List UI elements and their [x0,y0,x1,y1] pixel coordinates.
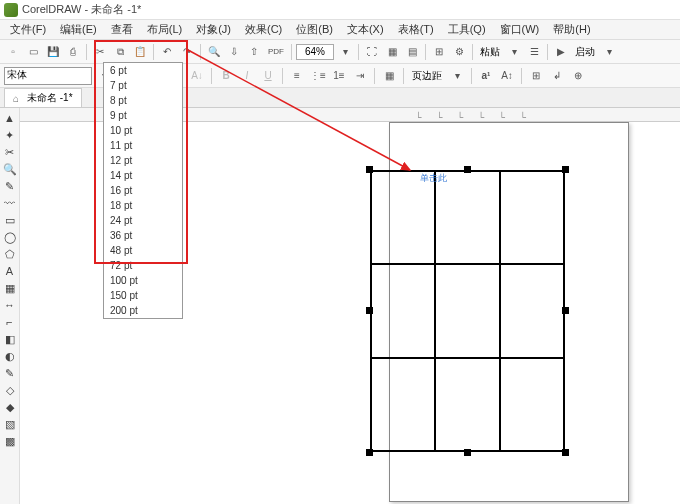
table-cell[interactable] [435,358,499,451]
open-button[interactable]: ▭ [24,43,42,61]
options-button[interactable]: ⚙ [450,43,468,61]
menu-help[interactable]: 帮助(H) [547,20,596,39]
save-button[interactable]: 💾 [44,43,62,61]
connector-tool[interactable]: ⌐ [2,314,18,330]
selection-handle[interactable] [464,449,471,456]
launch-label[interactable]: 启动 [572,45,598,59]
pick-tool[interactable]: ▲ [2,110,18,126]
table-grid[interactable] [370,170,565,452]
search-button[interactable]: 🔍 [205,43,223,61]
menu-file[interactable]: 文件(F) [4,20,52,39]
transparency-tool[interactable]: ◐ [2,348,18,364]
paste-dropdown-icon[interactable]: ▾ [505,43,523,61]
font-size-option[interactable]: 24 pt [104,213,182,228]
font-size-option[interactable]: 14 pt [104,168,182,183]
menu-effects[interactable]: 效果(C) [239,20,288,39]
menu-text[interactable]: 文本(X) [341,20,390,39]
menu-object[interactable]: 对象(J) [190,20,237,39]
align-button[interactable]: ☰ [525,43,543,61]
font-size-option[interactable]: 100 pt [104,273,182,288]
menu-window[interactable]: 窗口(W) [494,20,546,39]
menu-bitmap[interactable]: 位图(B) [290,20,339,39]
font-size-option[interactable]: 8 pt [104,93,182,108]
snap-button[interactable]: ⊞ [430,43,448,61]
paste-label[interactable]: 粘贴 [477,45,503,59]
menu-tools[interactable]: 工具(Q) [442,20,492,39]
launch-icon[interactable]: ▶ [552,43,570,61]
text-direction-button[interactable]: A↕ [498,67,516,85]
selection-handle[interactable] [366,449,373,456]
font-size-option[interactable]: 72 pt [104,258,182,273]
font-size-option[interactable]: 7 pt [104,78,182,93]
copy-button[interactable]: ⧉ [111,43,129,61]
align-left-button[interactable]: ≡ [288,67,306,85]
menu-layout[interactable]: 布局(L) [141,20,188,39]
bold-button[interactable]: B [217,67,235,85]
page-edge-label[interactable]: 页边距 [409,69,445,83]
font-size-option[interactable]: 9 pt [104,108,182,123]
new-button[interactable]: ▫ [4,43,22,61]
underline-button[interactable]: U [259,67,277,85]
text-a-button[interactable]: a¹ [477,67,495,85]
font-size-option[interactable]: 6 pt [104,63,182,78]
wrap-button[interactable]: ↲ [548,67,566,85]
table-cell[interactable] [500,358,564,451]
ellipse-tool[interactable]: ◯ [2,229,18,245]
numbering-button[interactable]: 1≡ [330,67,348,85]
italic-button[interactable]: I [238,67,256,85]
selection-handle[interactable] [464,166,471,173]
grid-button[interactable]: ▤ [403,43,421,61]
zoom-dropdown-icon[interactable]: ▾ [336,43,354,61]
text-options-button[interactable]: ⊞ [527,67,545,85]
redo-button[interactable]: ↷ [178,43,196,61]
table-cell[interactable] [500,171,564,264]
print-button[interactable]: ⎙ [64,43,82,61]
font-size-option[interactable]: 150 pt [104,288,182,303]
table-object[interactable] [370,170,565,452]
table-cell[interactable] [435,264,499,357]
table-cell[interactable] [371,358,435,451]
menu-table[interactable]: 表格(T) [392,20,440,39]
font-size-option[interactable]: 36 pt [104,228,182,243]
font-family-combo[interactable]: 宋体 [4,67,92,85]
selection-handle[interactable] [562,449,569,456]
selection-handle[interactable] [366,166,373,173]
artistic-tool[interactable]: 〰 [2,195,18,211]
page-edge-dropdown-icon[interactable]: ▾ [448,67,466,85]
pdf-button[interactable]: PDF [265,43,287,61]
export-button[interactable]: ⇧ [245,43,263,61]
shape-tool[interactable]: ✦ [2,127,18,143]
outline-tool[interactable]: ◇ [2,382,18,398]
decrease-size-icon[interactable]: A↓ [188,67,206,85]
font-size-option[interactable]: 16 pt [104,183,182,198]
fill-tool[interactable]: ◆ [2,399,18,415]
rectangle-tool[interactable]: ▭ [2,212,18,228]
font-size-option[interactable]: 12 pt [104,153,182,168]
font-size-option[interactable]: 200 pt [104,303,182,318]
cut-button[interactable]: ✂ [91,43,109,61]
selection-handle[interactable] [562,307,569,314]
font-size-option[interactable]: 10 pt [104,123,182,138]
polygon-tool[interactable]: ⬠ [2,246,18,262]
table-tool[interactable]: ▦ [2,280,18,296]
zoom-input[interactable] [296,44,334,60]
more-options-button[interactable]: ⊕ [569,67,587,85]
font-size-dropdown[interactable]: 6 pt7 pt8 pt9 pt10 pt11 pt12 pt14 pt16 p… [103,62,183,319]
indent-button[interactable]: ⇥ [351,67,369,85]
text-tool[interactable]: A [2,263,18,279]
fullscreen-button[interactable]: ⛶ [363,43,381,61]
interactive-fill-tool[interactable]: ▧ [2,416,18,432]
table-cell[interactable] [500,264,564,357]
dimension-tool[interactable]: ↔ [2,297,18,313]
zoom-tool[interactable]: 🔍 [2,161,18,177]
font-size-option[interactable]: 11 pt [104,138,182,153]
menu-view[interactable]: 查看 [105,20,139,39]
selection-handle[interactable] [366,307,373,314]
rulers-button[interactable]: ▦ [383,43,401,61]
launch-dropdown-icon[interactable]: ▾ [600,43,618,61]
bullets-button[interactable]: ⋮≡ [309,67,327,85]
border-button[interactable]: ▦ [380,67,398,85]
selection-handle[interactable] [562,166,569,173]
font-size-option[interactable]: 18 pt [104,198,182,213]
undo-button[interactable]: ↶ [158,43,176,61]
